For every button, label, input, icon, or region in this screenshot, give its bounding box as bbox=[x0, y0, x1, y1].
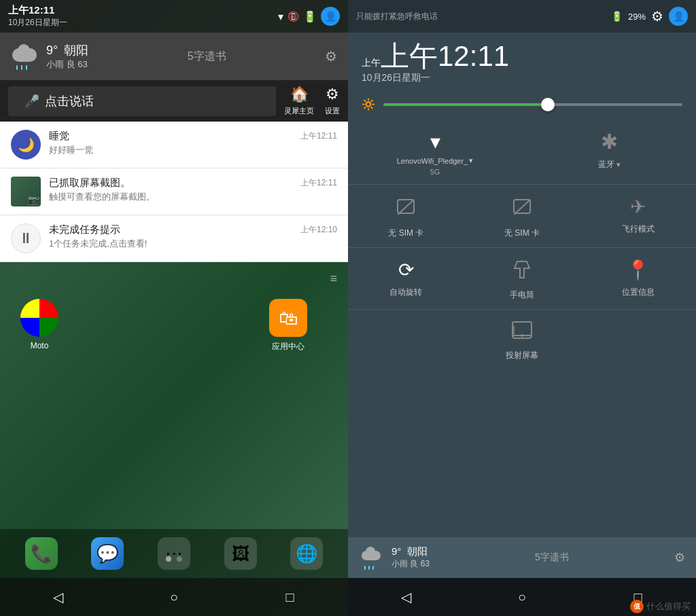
svg-marker-4 bbox=[515, 261, 529, 278]
weather-bottom-right: 9° 朝阳 小雨 良 63 5字遗书 ⚙ bbox=[348, 537, 696, 578]
weather-br-left: 9° 朝阳 小雨 良 63 bbox=[359, 545, 430, 570]
user-avatar-right[interactable]: 👤 bbox=[669, 7, 688, 26]
home-action[interactable]: 🏠 灵犀主页 bbox=[284, 86, 314, 116]
store-app-icon[interactable]: 🛍 应用中心 bbox=[269, 299, 307, 352]
toggle-row-rotate-flash-loc: ⟳ 自动旋转 手电筒 📍 位置信息 bbox=[348, 248, 696, 310]
home-button-left[interactable]: ○ bbox=[154, 583, 194, 611]
svg-point-7 bbox=[521, 334, 523, 337]
screenshot-notif-title: 已抓取屏幕截图。 bbox=[49, 177, 130, 189]
rotate-icon: ⟳ bbox=[398, 259, 414, 281]
svg-rect-6 bbox=[512, 322, 532, 336]
brightness-slider[interactable] bbox=[383, 103, 682, 106]
watermark-text: 什么值得买 bbox=[646, 600, 691, 613]
bt-label-row: 蓝牙 ▾ bbox=[598, 159, 621, 170]
task-notif-time: 上午12:10 bbox=[300, 224, 337, 236]
weather-song-left: 5字遗书 bbox=[188, 50, 226, 64]
weather-widget-left: 9° 朝阳 小雨 良 63 5字遗书 ⚙ bbox=[0, 33, 348, 80]
back-button-right[interactable]: ◁ bbox=[385, 583, 426, 611]
toggle-wifi[interactable]: ▾ LenovoWifi_Pledger_ ▾ 5G bbox=[348, 119, 522, 184]
home-area-left: ≡ Moto 🛍 应用中心 bbox=[0, 258, 348, 567]
weather-info-left: 9° 朝阳 小雨 良 63 bbox=[46, 42, 88, 71]
navbar-right: ◁ ○ □ 值 什么值得买 bbox=[348, 578, 696, 616]
svg-line-3 bbox=[514, 200, 530, 215]
dock-phone[interactable]: 📞 bbox=[25, 537, 58, 570]
settings-icon-right[interactable]: ⚙ bbox=[651, 8, 663, 24]
status-bar-right: 只能拨打紧急呼救电话 🔋 29% ⚙ 👤 bbox=[348, 0, 696, 33]
dock-apps[interactable]: ⋯ bbox=[158, 537, 190, 570]
toggle-sim2[interactable]: 无 SIM 卡 bbox=[464, 185, 580, 247]
sim1-icon bbox=[395, 196, 417, 222]
time-right: 上午上午12:11 bbox=[362, 41, 682, 72]
date-right: 10月26日星期一 bbox=[362, 72, 682, 84]
status-time-left: 上午12:11 10月26日星期一 bbox=[8, 4, 67, 29]
voice-button[interactable]: 🎤 点击说话 bbox=[8, 86, 276, 116]
weather-br-text: 9° 朝阳 小雨 良 63 bbox=[392, 545, 430, 570]
brightness-thumb[interactable] bbox=[541, 98, 555, 111]
moto-icon-graphic bbox=[20, 299, 58, 337]
toggle-rotate[interactable]: ⟳ 自动旋转 bbox=[348, 248, 464, 309]
wifi-toggle-icon: ▾ bbox=[430, 130, 440, 153]
settings-action[interactable]: ⚙ 设置 bbox=[325, 86, 340, 116]
notification-screenshot[interactable]: 已抓取屏幕截图。 上午12:11 触摸可查看您的屏幕截图。 bbox=[0, 168, 348, 215]
sleep-notif-content: 睡觉 上午12:11 好好睡一觉 bbox=[49, 130, 337, 156]
right-panel: 只能拨打紧急呼救电话 🔋 29% ⚙ 👤 上午上午12:11 10月26日星期一… bbox=[348, 0, 696, 616]
toggle-bluetooth[interactable]: ✱ 蓝牙 ▾ bbox=[522, 119, 696, 184]
store-icon-graphic: 🛍 bbox=[269, 299, 307, 337]
watermark: 值 什么值得买 bbox=[625, 597, 696, 616]
moto-app-icon[interactable]: Moto bbox=[20, 299, 58, 350]
svg-line-1 bbox=[398, 200, 414, 215]
weather-br-gear[interactable]: ⚙ bbox=[674, 550, 685, 565]
notification-panel: 9° 朝阳 小雨 良 63 5字遗书 ⚙ 🎤 点击说话 🏠 灵犀主页 bbox=[0, 33, 348, 262]
dock-browser[interactable]: 🌐 bbox=[290, 537, 323, 570]
task-notif-header: 未完成任务提示 上午12:10 bbox=[49, 223, 337, 236]
flashlight-icon bbox=[512, 259, 532, 284]
airplane-icon: ✈ bbox=[630, 196, 646, 218]
wifi-name-row: LenovoWifi_Pledger_ ▾ bbox=[397, 156, 474, 165]
screenshot-notif-icon bbox=[11, 177, 41, 206]
toggle-cast[interactable]: 投射屏幕 bbox=[348, 310, 696, 369]
weather-gear-left[interactable]: ⚙ bbox=[325, 48, 337, 65]
sleep-notif-title: 睡觉 bbox=[49, 130, 69, 143]
sleep-notif-icon: 🌙 bbox=[11, 130, 41, 160]
notification-sleep[interactable]: 🌙 睡觉 上午12:11 好好睡一觉 bbox=[0, 122, 348, 168]
dock-gallery[interactable]: 🖼 bbox=[224, 537, 257, 570]
dock-messages[interactable]: 💬 bbox=[91, 537, 124, 570]
back-button-left[interactable]: ◁ bbox=[37, 583, 78, 611]
wifi-status-icon: ▾ bbox=[278, 10, 283, 23]
toggle-flashlight[interactable]: 手电筒 bbox=[464, 248, 580, 309]
notification-task[interactable]: ⏸ 未完成任务提示 上午12:10 1个任务未完成,点击查看! bbox=[0, 215, 348, 262]
battery-icon-right: 🔋 bbox=[611, 11, 623, 22]
cloud-rain-icon bbox=[11, 43, 38, 70]
toggle-row-sim-airplane: 无 SIM 卡 无 SIM 卡 ✈ 飞行模式 bbox=[348, 185, 696, 248]
dock-left: 📞 💬 ⋯ 🖼 🌐 bbox=[0, 529, 348, 578]
task-notif-icon: ⏸ bbox=[11, 223, 41, 253]
cast-icon bbox=[511, 321, 533, 344]
screenshot-notif-header: 已抓取屏幕截图。 上午12:11 bbox=[49, 177, 337, 189]
weather-br-song: 5字遗书 bbox=[535, 551, 569, 564]
battery-icon-left: 🔋 bbox=[303, 10, 317, 23]
weather-left-section: 9° 朝阳 小雨 良 63 bbox=[11, 42, 88, 71]
toggle-sim1[interactable]: 无 SIM 卡 bbox=[348, 185, 464, 247]
brightness-fill bbox=[383, 103, 548, 106]
time-section-right: 上午上午12:11 10月26日星期一 bbox=[348, 33, 696, 90]
toggle-airplane[interactable]: ✈ 飞行模式 bbox=[580, 185, 696, 247]
screenshot-notif-content: 已抓取屏幕截图。 上午12:11 触摸可查看您的屏幕截图。 bbox=[49, 177, 337, 203]
brightness-icon: 🔆 bbox=[362, 98, 375, 111]
toggle-row-cast: 投射屏幕 bbox=[348, 310, 696, 369]
toggle-row-wifi-bt: ▾ LenovoWifi_Pledger_ ▾ 5G ✱ 蓝牙 ▾ bbox=[348, 119, 696, 185]
location-icon: 📍 bbox=[626, 259, 650, 281]
settings-icon: ⚙ bbox=[326, 86, 339, 103]
user-avatar-left[interactable]: 👤 bbox=[321, 7, 340, 26]
task-notif-title: 未完成任务提示 bbox=[49, 223, 120, 236]
sleep-notif-body: 好好睡一觉 bbox=[49, 144, 337, 156]
home-icon: 🏠 bbox=[290, 86, 309, 103]
mic-icon: 🎤 bbox=[24, 94, 39, 109]
signal-icon: 📵 bbox=[288, 11, 299, 22]
task-notif-body: 1个任务未完成,点击查看! bbox=[49, 238, 337, 250]
recents-button-left[interactable]: □ bbox=[270, 583, 311, 611]
swipe-hint-icon: ≡ bbox=[330, 272, 337, 286]
home-button-right[interactable]: ○ bbox=[502, 583, 542, 611]
voice-bar: 🎤 点击说话 🏠 灵犀主页 ⚙ 设置 bbox=[0, 80, 348, 122]
weather-desc-left: 小雨 良 63 bbox=[46, 58, 88, 71]
toggle-location[interactable]: 📍 位置信息 bbox=[580, 248, 696, 309]
